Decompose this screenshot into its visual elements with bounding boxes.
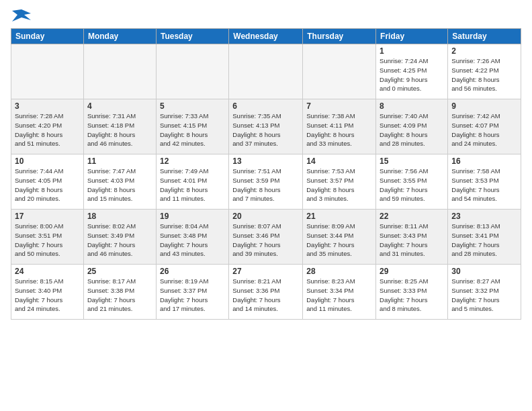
calendar-header-saturday: Saturday [448, 29, 521, 44]
calendar-day [11, 44, 84, 99]
calendar-day [83, 44, 156, 99]
day-info: Sunrise: 7:58 AM Sunset: 3:53 PM Dayligh… [451, 167, 517, 203]
day-number: 24 [15, 267, 80, 276]
calendar-week-row: 3Sunrise: 7:28 AM Sunset: 4:20 PM Daylig… [11, 99, 521, 154]
calendar-day: 29Sunrise: 8:25 AM Sunset: 3:33 PM Dayli… [376, 265, 448, 320]
logo-bird-icon [12, 8, 31, 23]
calendar-day: 16Sunrise: 7:58 AM Sunset: 3:53 PM Dayli… [448, 154, 521, 210]
day-number: 9 [451, 101, 517, 111]
day-info: Sunrise: 7:38 AM Sunset: 4:11 PM Dayligh… [306, 111, 372, 148]
calendar-day [229, 44, 303, 99]
day-info: Sunrise: 7:40 AM Sunset: 4:09 PM Dayligh… [380, 111, 444, 148]
calendar-day: 23Sunrise: 8:13 AM Sunset: 3:41 PM Dayli… [448, 210, 521, 265]
calendar-day: 4Sunrise: 7:31 AM Sunset: 4:18 PM Daylig… [83, 99, 156, 154]
day-number: 26 [160, 267, 225, 276]
svg-marker-0 [12, 9, 31, 21]
day-number: 8 [380, 101, 444, 111]
day-number: 23 [451, 212, 517, 221]
day-number: 15 [380, 156, 444, 166]
calendar-day: 13Sunrise: 7:51 AM Sunset: 3:59 PM Dayli… [229, 154, 303, 210]
day-number: 1 [380, 46, 444, 56]
day-number: 21 [306, 212, 372, 221]
day-number: 18 [87, 212, 152, 221]
calendar-day: 15Sunrise: 7:56 AM Sunset: 3:55 PM Dayli… [376, 154, 448, 210]
day-number: 12 [160, 156, 225, 166]
day-info: Sunrise: 8:21 AM Sunset: 3:36 PM Dayligh… [232, 277, 299, 314]
day-info: Sunrise: 8:07 AM Sunset: 3:46 PM Dayligh… [232, 222, 299, 259]
logo [11, 8, 31, 23]
calendar-week-row: 1Sunrise: 7:24 AM Sunset: 4:25 PM Daylig… [11, 44, 521, 99]
day-info: Sunrise: 8:00 AM Sunset: 3:51 PM Dayligh… [15, 222, 80, 259]
day-info: Sunrise: 8:13 AM Sunset: 3:41 PM Dayligh… [451, 222, 517, 259]
calendar: SundayMondayTuesdayWednesdayThursdayFrid… [11, 28, 521, 320]
day-info: Sunrise: 8:04 AM Sunset: 3:48 PM Dayligh… [160, 222, 225, 259]
day-info: Sunrise: 7:51 AM Sunset: 3:59 PM Dayligh… [232, 167, 299, 203]
day-info: Sunrise: 7:33 AM Sunset: 4:15 PM Dayligh… [160, 111, 225, 148]
day-number: 19 [160, 212, 225, 221]
day-info: Sunrise: 7:35 AM Sunset: 4:13 PM Dayligh… [232, 111, 299, 148]
day-number: 27 [232, 267, 299, 276]
day-info: Sunrise: 7:49 AM Sunset: 4:01 PM Dayligh… [160, 167, 225, 203]
day-number: 7 [306, 101, 372, 111]
calendar-day: 6Sunrise: 7:35 AM Sunset: 4:13 PM Daylig… [229, 99, 303, 154]
calendar-header-wednesday: Wednesday [229, 29, 303, 44]
calendar-day: 5Sunrise: 7:33 AM Sunset: 4:15 PM Daylig… [156, 99, 228, 154]
calendar-day: 2Sunrise: 7:26 AM Sunset: 4:22 PM Daylig… [448, 44, 521, 99]
calendar-day: 3Sunrise: 7:28 AM Sunset: 4:20 PM Daylig… [11, 99, 84, 154]
calendar-day: 11Sunrise: 7:47 AM Sunset: 4:03 PM Dayli… [83, 154, 156, 210]
day-info: Sunrise: 8:09 AM Sunset: 3:44 PM Dayligh… [306, 222, 372, 259]
calendar-day: 26Sunrise: 8:19 AM Sunset: 3:37 PM Dayli… [156, 265, 228, 320]
day-number: 5 [160, 101, 225, 111]
calendar-day: 7Sunrise: 7:38 AM Sunset: 4:11 PM Daylig… [303, 99, 376, 154]
calendar-day: 1Sunrise: 7:24 AM Sunset: 4:25 PM Daylig… [376, 44, 448, 99]
day-number: 13 [232, 156, 299, 166]
header [11, 8, 521, 23]
day-info: Sunrise: 8:23 AM Sunset: 3:34 PM Dayligh… [306, 277, 372, 314]
day-number: 29 [380, 267, 444, 276]
calendar-day: 24Sunrise: 8:15 AM Sunset: 3:40 PM Dayli… [11, 265, 84, 320]
day-info: Sunrise: 8:11 AM Sunset: 3:43 PM Dayligh… [380, 222, 444, 259]
day-info: Sunrise: 7:31 AM Sunset: 4:18 PM Dayligh… [87, 111, 152, 148]
day-number: 3 [15, 101, 80, 111]
calendar-day: 20Sunrise: 8:07 AM Sunset: 3:46 PM Dayli… [229, 210, 303, 265]
day-info: Sunrise: 8:27 AM Sunset: 3:32 PM Dayligh… [451, 277, 517, 314]
calendar-week-row: 10Sunrise: 7:44 AM Sunset: 4:05 PM Dayli… [11, 154, 521, 210]
calendar-day: 9Sunrise: 7:42 AM Sunset: 4:07 PM Daylig… [448, 99, 521, 154]
day-info: Sunrise: 8:17 AM Sunset: 3:38 PM Dayligh… [87, 277, 152, 314]
day-number: 10 [15, 156, 80, 166]
day-info: Sunrise: 7:56 AM Sunset: 3:55 PM Dayligh… [380, 167, 444, 203]
day-info: Sunrise: 8:02 AM Sunset: 3:49 PM Dayligh… [87, 222, 152, 259]
page: SundayMondayTuesdayWednesdayThursdayFrid… [0, 0, 532, 411]
calendar-day: 22Sunrise: 8:11 AM Sunset: 3:43 PM Dayli… [376, 210, 448, 265]
calendar-day: 28Sunrise: 8:23 AM Sunset: 3:34 PM Dayli… [303, 265, 376, 320]
day-number: 2 [451, 46, 517, 56]
calendar-header-tuesday: Tuesday [156, 29, 228, 44]
calendar-day: 19Sunrise: 8:04 AM Sunset: 3:48 PM Dayli… [156, 210, 228, 265]
day-number: 14 [306, 156, 372, 166]
calendar-week-row: 24Sunrise: 8:15 AM Sunset: 3:40 PM Dayli… [11, 265, 521, 320]
day-info: Sunrise: 7:53 AM Sunset: 3:57 PM Dayligh… [306, 167, 372, 203]
day-number: 28 [306, 267, 372, 276]
day-number: 16 [451, 156, 517, 166]
calendar-day: 30Sunrise: 8:27 AM Sunset: 3:32 PM Dayli… [448, 265, 521, 320]
day-info: Sunrise: 7:24 AM Sunset: 4:25 PM Dayligh… [380, 56, 444, 93]
day-info: Sunrise: 8:19 AM Sunset: 3:37 PM Dayligh… [160, 277, 225, 314]
day-info: Sunrise: 7:28 AM Sunset: 4:20 PM Dayligh… [15, 111, 80, 148]
day-number: 6 [232, 101, 299, 111]
day-number: 22 [380, 212, 444, 221]
calendar-day: 27Sunrise: 8:21 AM Sunset: 3:36 PM Dayli… [229, 265, 303, 320]
calendar-day: 21Sunrise: 8:09 AM Sunset: 3:44 PM Dayli… [303, 210, 376, 265]
calendar-header-thursday: Thursday [303, 29, 376, 44]
calendar-header-friday: Friday [376, 29, 448, 44]
day-info: Sunrise: 7:44 AM Sunset: 4:05 PM Dayligh… [15, 167, 80, 203]
calendar-header-sunday: Sunday [11, 29, 84, 44]
day-info: Sunrise: 7:47 AM Sunset: 4:03 PM Dayligh… [87, 167, 152, 203]
calendar-day: 14Sunrise: 7:53 AM Sunset: 3:57 PM Dayli… [303, 154, 376, 210]
day-number: 17 [15, 212, 80, 221]
day-number: 11 [87, 156, 152, 166]
day-info: Sunrise: 8:25 AM Sunset: 3:33 PM Dayligh… [380, 277, 444, 314]
day-number: 25 [87, 267, 152, 276]
calendar-day: 10Sunrise: 7:44 AM Sunset: 4:05 PM Dayli… [11, 154, 84, 210]
calendar-day: 18Sunrise: 8:02 AM Sunset: 3:49 PM Dayli… [83, 210, 156, 265]
calendar-header-monday: Monday [83, 29, 156, 44]
